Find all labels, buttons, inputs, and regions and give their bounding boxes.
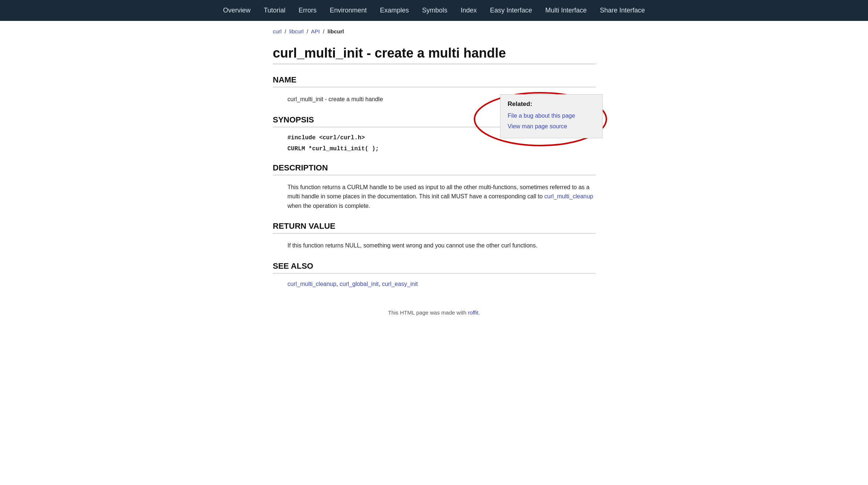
breadcrumb: curl / libcurl / API / libcurl [273,28,595,34]
breadcrumb-curl[interactable]: curl [273,28,282,34]
nav-index[interactable]: Index [454,3,483,18]
return-text: If this function returns NULL, something… [288,241,595,250]
see-also-multi-cleanup[interactable]: curl_multi_cleanup [288,281,336,287]
footer-text-after: . [479,309,480,316]
section-return-content: If this function returns NULL, something… [273,241,595,250]
section-description-divider [273,175,595,175]
see-also-easy-init[interactable]: curl_easy_init [382,281,418,287]
nav-errors[interactable]: Errors [292,3,323,18]
nav-multi-interface[interactable]: Multi Interface [539,3,593,18]
related-box: Related: File a bug about this page View… [500,94,603,138]
breadcrumb-current: libcurl [328,28,344,34]
see-also-global-init[interactable]: curl_global_init [340,281,379,287]
section-seealso-heading: SEE ALSO [273,261,595,271]
nav-tutorial[interactable]: Tutorial [257,3,292,18]
description-text: This function returns a CURLM handle to … [288,183,595,211]
footer: This HTML page was made with roffit. [273,302,595,316]
nav-symbols[interactable]: Symbols [415,3,454,18]
footer-text-before: This HTML page was made with [388,309,468,316]
related-view-source[interactable]: View man page source [508,121,595,132]
breadcrumb-api[interactable]: API [311,28,320,34]
section-name-divider [273,87,595,87]
section-name-heading: NAME [273,75,595,85]
main-content: curl / libcurl / API / libcurl curl_mult… [258,21,610,338]
section-description-heading: DESCRIPTION [273,163,595,173]
breadcrumb-libcurl[interactable]: libcurl [289,28,304,34]
related-file-bug[interactable]: File a bug about this page [508,111,595,121]
title-divider [273,64,595,64]
page-title: curl_multi_init - create a multi handle [273,45,595,61]
section-return-divider [273,233,595,234]
nav-share-interface[interactable]: Share Interface [593,3,651,18]
synopsis-function: CURLM *curl_multi_init( ); [288,146,595,152]
nav-examples[interactable]: Examples [373,3,415,18]
section-description-content: This function returns a CURLM handle to … [273,183,595,211]
main-nav: Overview Tutorial Errors Environment Exa… [0,0,868,21]
description-text-after: when the operation is complete. [288,203,370,209]
related-title: Related: [508,100,595,108]
description-cleanup-link[interactable]: curl_multi_cleanup [544,193,593,199]
nav-overview[interactable]: Overview [217,3,257,18]
section-seealso-divider [273,273,595,273]
see-also-links: curl_multi_cleanup, curl_global_init, cu… [273,281,595,287]
section-return-heading: RETURN VALUE [273,221,595,231]
nav-environment[interactable]: Environment [323,3,373,18]
footer-roffit-link[interactable]: roffit [468,309,479,316]
nav-easy-interface[interactable]: Easy Interface [483,3,539,18]
